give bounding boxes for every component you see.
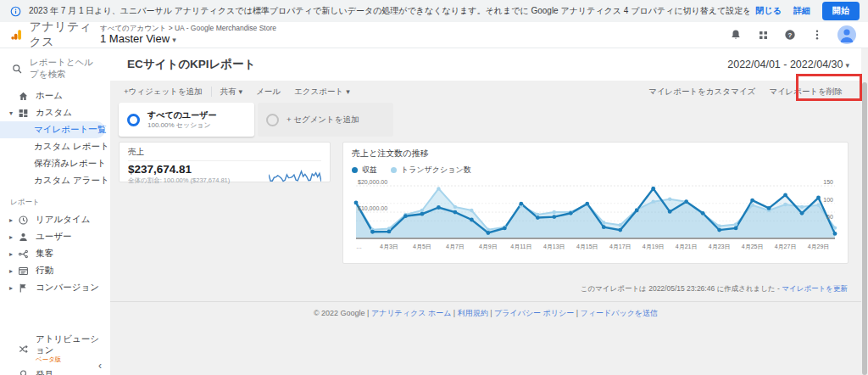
revenue-widget[interactable]: 売上 $237,674.81 全体の割合: 100.00% ($237,674.… (119, 142, 331, 182)
chevron-down-icon: ▾ (346, 87, 350, 96)
banner-message: 2023 年 7 月 1 日より、ユニバーサル アナリティクスでは標準プロパティ… (29, 5, 749, 17)
chevron-right-icon[interactable]: ▸ (7, 216, 15, 224)
sidebar-item-attribution[interactable]: アトリビューションベータ版 (0, 332, 110, 366)
sidebar-item-custom-alerts[interactable]: カスタム アラート (0, 172, 110, 189)
svg-text:150: 150 (823, 179, 833, 185)
behavior-icon (17, 265, 29, 277)
header-icons: ? (729, 25, 868, 44)
apps-grid-icon[interactable] (756, 28, 770, 42)
export-button[interactable]: エクスポート▾ (287, 87, 357, 98)
svg-text:?: ? (788, 31, 793, 39)
svg-text:$20,000.00: $20,000.00 (358, 179, 387, 185)
sidebar: レポートとヘルプを検索 ホーム▾カスタムマイレポート一覧カスタム レポート保存済… (0, 48, 110, 375)
sidebar-item-label: 保存済みレポート (34, 158, 106, 168)
account-selector[interactable]: すべてのアカウント > UA - Google Merchandise Stor… (100, 24, 276, 47)
more-vert-icon[interactable] (810, 28, 824, 42)
sidebar-item-acquisition[interactable]: ▸集客 (0, 245, 110, 262)
revenue-widget-title: 売上 (128, 147, 321, 161)
segment-ring-icon (266, 114, 279, 126)
sidebar-item-label: アトリビューション (36, 333, 99, 355)
legend-label: 収益 (362, 165, 377, 176)
revenue-value: $237,674.81 (128, 163, 230, 176)
notifications-bell-icon[interactable] (729, 28, 743, 42)
product-name: アナリティクス (29, 20, 100, 50)
share-button[interactable]: 共有▾ (214, 87, 250, 98)
search-icon (12, 64, 23, 75)
vertical-scrollbar[interactable] (861, 48, 868, 375)
sidebar-item-saved-reports[interactable]: 保存済みレポート (0, 155, 110, 172)
chevron-down-icon[interactable]: ▾ (7, 109, 15, 117)
analytics-logo[interactable]: アナリティクス (0, 20, 100, 50)
chevron-right-icon[interactable]: ▸ (7, 284, 15, 292)
sidebar-item-audience[interactable]: ▸ユーザー (0, 228, 110, 245)
chevron-right-icon[interactable]: ▸ (7, 250, 15, 258)
footer-link[interactable]: フィードバックを送信 (581, 309, 658, 317)
timeline-chart: $10,000.00$20,000.0050100150…4月3日4月5日4月7… (352, 179, 839, 252)
legend-label: トランザクション数 (401, 165, 471, 176)
legend-dot-icon (391, 167, 397, 173)
attribution-icon (17, 343, 29, 355)
footer-link[interactable]: アナリティクス ホーム (371, 309, 451, 317)
banner-start-button[interactable]: 開始 (822, 2, 860, 20)
sidebar-item-label: カスタム (36, 107, 72, 117)
flag-icon (17, 282, 29, 294)
svg-text:4月15日: 4月15日 (576, 243, 598, 250)
svg-text:…: … (356, 243, 362, 249)
customize-dashboard-button[interactable]: マイレポートをカスタマイズ (642, 87, 762, 98)
footer-link[interactable]: 利用規約 (458, 309, 488, 317)
analytics-logo-icon (10, 27, 22, 42)
chevron-right-icon[interactable]: ▸ (7, 267, 15, 275)
sidebar-item-discover[interactable]: 発見 (0, 366, 110, 375)
search-placeholder: レポートとヘルプを検索 (30, 57, 100, 81)
svg-text:4月11日: 4月11日 (510, 243, 531, 250)
segment-name: すべてのユーザー (147, 109, 216, 120)
date-range-picker[interactable]: 2022/04/01 - 2022/04/30▾ (727, 59, 849, 70)
sidebar-search-input[interactable]: レポートとヘルプを検索 (0, 48, 110, 87)
created-note: このマイレポートは 2022/05/15 23:26:46 に作成されました -… (581, 284, 848, 294)
sidebar-item-behavior[interactable]: ▸行動 (0, 262, 110, 279)
sidebar-item-label: リアルタイム (36, 214, 90, 224)
view-name[interactable]: 1 Master View▾ (100, 32, 276, 46)
legend-item-transactions[interactable]: トランザクション数 (391, 165, 471, 176)
svg-text:4月3日: 4月3日 (380, 243, 398, 250)
sidebar-item-my-reports-list[interactable]: マイレポート一覧 (0, 121, 105, 138)
sidebar-item-home[interactable]: ホーム (0, 87, 110, 104)
segment-detail: 100.00% セッション (147, 120, 216, 130)
svg-text:4月13日: 4月13日 (543, 243, 565, 250)
segment-row: すべてのユーザー 100.00% セッション + セグメントを追加 (110, 103, 393, 142)
sidebar-item-label: 行動 (36, 265, 53, 275)
legend-item-revenue[interactable]: 収益 (352, 165, 377, 176)
sidebar-item-custom[interactable]: ▾カスタム (0, 104, 110, 121)
sidebar-item-realtime[interactable]: ▸リアルタイム (0, 211, 110, 228)
breadcrumb: すべてのアカウント > UA - Google Merchandise Stor… (100, 24, 276, 33)
app-footer: © 2022 Google | アナリティクス ホーム | 利用規約 | プライ… (110, 308, 861, 319)
refresh-dashboard-link[interactable]: マイレポートを更新 (782, 284, 848, 293)
revenue-share: 全体の割合: 100.00% ($237,674.81) (128, 176, 230, 184)
help-icon[interactable]: ? (783, 28, 797, 42)
segment-all-users[interactable]: すべてのユーザー 100.00% セッション (119, 103, 254, 137)
add-widget-button[interactable]: +ウィジェットを追加 (117, 87, 209, 98)
svg-text:4月21日: 4月21日 (676, 243, 698, 250)
add-segment-button[interactable]: + セグメントを追加 (258, 103, 393, 137)
report-title: ECサイトのKPIレポート (127, 57, 255, 72)
mail-button[interactable]: メール (249, 87, 287, 98)
timeline-widget[interactable]: 売上と注文数の推移 収益トランザクション数 $10,000.00$20,000.… (342, 142, 849, 264)
lightbulb-icon (17, 368, 29, 375)
svg-text:$10,000.00: $10,000.00 (358, 205, 387, 211)
sidebar-item-label: ホーム (36, 90, 63, 100)
user-avatar[interactable] (837, 25, 856, 44)
banner-actions: 閉じる 詳細 開始 (756, 2, 860, 20)
main-content: ECサイトのKPIレポート 2022/04/01 - 2022/04/30▾ +… (110, 48, 861, 375)
person-icon (17, 231, 29, 243)
footer-link[interactable]: プライバシー ポリシー (494, 309, 574, 317)
sidebar-item-custom-reports[interactable]: カスタム レポート (0, 138, 110, 155)
sidebar-collapse-icon[interactable]: ‹ (98, 360, 102, 372)
delete-dashboard-button[interactable]: マイレポートを削除 (762, 87, 849, 98)
sidebar-item-conversions[interactable]: ▸コンバージョン (0, 279, 110, 296)
scrollbar-thumb[interactable] (862, 82, 867, 375)
chevron-right-icon[interactable]: ▸ (7, 233, 15, 241)
dashboard-icon (17, 107, 29, 119)
banner-close-button[interactable]: 閉じる (756, 5, 782, 17)
banner-details-button[interactable]: 詳細 (793, 5, 810, 17)
sidebar-section-reports-section: レポート (0, 189, 110, 211)
